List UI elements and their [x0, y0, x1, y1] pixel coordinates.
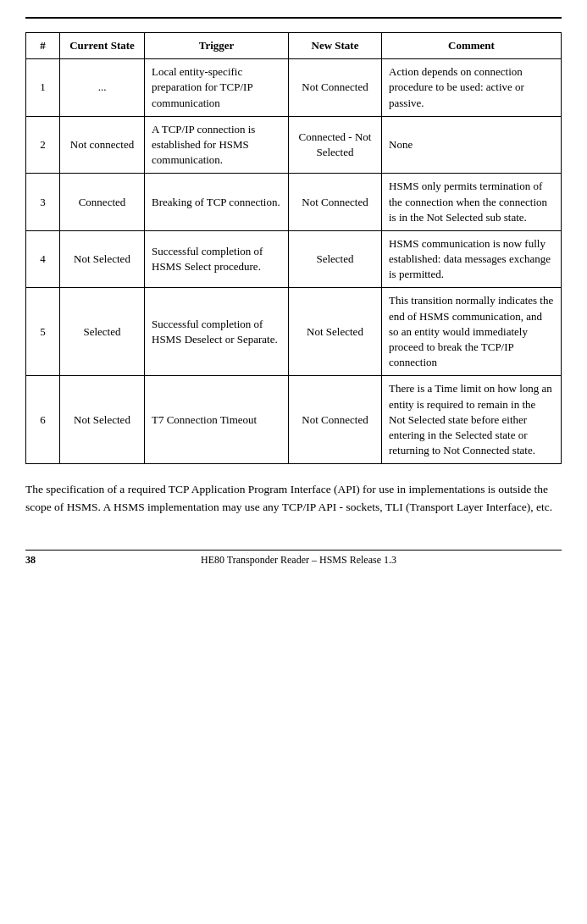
cell-new-state: Not Selected [289, 288, 382, 376]
col-header-current-state: Current State [60, 33, 145, 59]
cell-current-state: ... [60, 59, 145, 117]
footer-title: HE80 Transponder Reader – HSMS Release 1… [36, 554, 562, 567]
cell-current-state: Not Selected [60, 230, 145, 288]
cell-trigger: Local entity-specific preparation for TC… [145, 59, 289, 117]
table-row: 5SelectedSuccessful completion of HSMS D… [26, 288, 562, 376]
cell-trigger: A TCP/IP connection is established for H… [145, 116, 289, 174]
cell-new-state: Selected [289, 230, 382, 288]
table-row: 6Not SelectedT7 Connection TimeoutNot Co… [26, 376, 562, 464]
cell-new-state: Not Connected [289, 376, 382, 464]
cell-trigger: T7 Connection Timeout [145, 376, 289, 464]
cell-new-state: Not Connected [289, 174, 382, 231]
summary-paragraph: The specification of a required TCP Appl… [25, 481, 562, 516]
cell-comment: None [382, 116, 562, 174]
cell-comment: HSMS only permits termination of the con… [382, 174, 562, 231]
col-header-comment: Comment [382, 33, 562, 59]
footer: 38 HE80 Transponder Reader – HSMS Releas… [25, 550, 562, 567]
table-row: 3ConnectedBreaking of TCP connection.Not… [26, 174, 562, 231]
cell-current-state: Not connected [60, 116, 145, 174]
cell-num: 4 [26, 230, 60, 288]
col-header-num: # [26, 33, 60, 59]
cell-num: 1 [26, 59, 60, 117]
cell-comment: HSMS communication is now fully establis… [382, 230, 562, 288]
cell-trigger: Breaking of TCP connection. [145, 174, 289, 231]
cell-new-state: Connected - Not Selected [289, 116, 382, 174]
col-header-new-state: New State [289, 33, 382, 59]
cell-num: 6 [26, 376, 60, 464]
top-divider [25, 17, 562, 19]
col-header-trigger: Trigger [145, 33, 289, 59]
cell-new-state: Not Connected [289, 59, 382, 117]
table-row: 2Not connectedA TCP/IP connection is est… [26, 116, 562, 174]
cell-current-state: Selected [60, 288, 145, 376]
table-row: 1...Local entity-specific preparation fo… [26, 59, 562, 117]
cell-num: 3 [26, 174, 60, 231]
state-table: # Current State Trigger New State Commen… [25, 32, 562, 464]
cell-comment: Action depends on connection procedure t… [382, 59, 562, 117]
cell-comment: There is a Time limit on how long an ent… [382, 376, 562, 464]
footer-page-number: 38 [25, 554, 36, 567]
table-row: 4Not SelectedSuccessful completion of HS… [26, 230, 562, 288]
cell-num: 5 [26, 288, 60, 376]
cell-trigger: Successful completion of HSMS Deselect o… [145, 288, 289, 376]
cell-num: 2 [26, 116, 60, 174]
cell-comment: This transition normally indicates the e… [382, 288, 562, 376]
cell-current-state: Connected [60, 174, 145, 231]
cell-trigger: Successful completion of HSMS Select pro… [145, 230, 289, 288]
cell-current-state: Not Selected [60, 376, 145, 464]
